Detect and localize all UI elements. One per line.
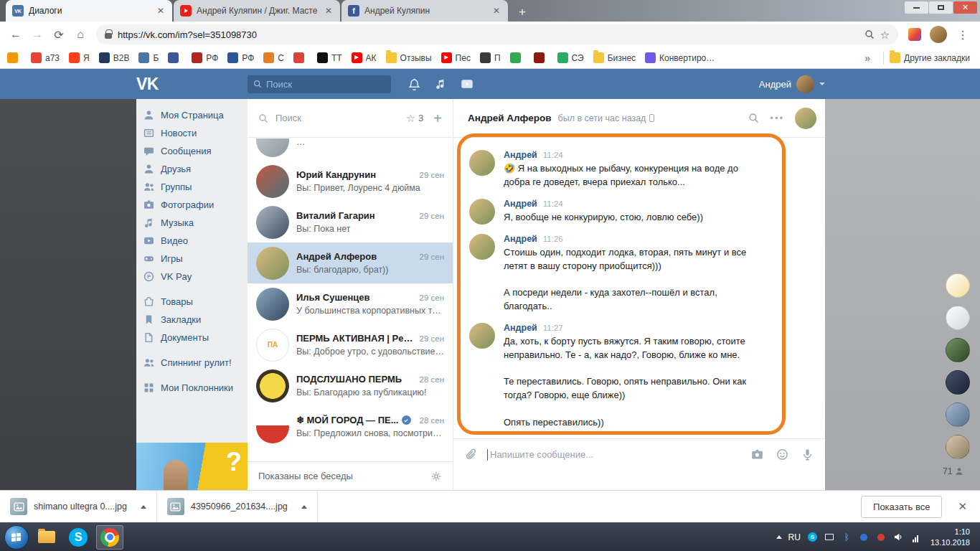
bluetooth-tray-icon[interactable]: ᛒ (842, 532, 852, 542)
bookmark-item[interactable] (510, 52, 524, 63)
bookmarks-overflow-icon[interactable]: » (857, 52, 877, 64)
window-maximize-button[interactable] (929, 1, 953, 14)
url-text[interactable]: https://vk.com/im?sel=351098730 (118, 29, 859, 40)
avatar[interactable] (469, 234, 495, 260)
search-icon[interactable] (258, 113, 268, 123)
avatar[interactable] (469, 150, 495, 176)
display-tray-icon[interactable] (825, 534, 834, 540)
microphone-icon[interactable] (801, 448, 814, 461)
tab-close-icon[interactable]: ✕ (491, 6, 501, 16)
friends-online-count[interactable]: 71 (943, 466, 963, 476)
tab-close-icon[interactable]: ✕ (324, 6, 334, 16)
address-bar[interactable]: https://vk.com/im?sel=351098730 ☆ (96, 24, 898, 44)
taskbar-skype-button[interactable] (65, 525, 92, 550)
download-menu-caret-icon[interactable] (141, 505, 146, 509)
avatar[interactable] (469, 199, 495, 225)
browser-tab-youtube[interactable]: Андрей Куляпин / Джиг. Масте ✕ (174, 0, 340, 22)
notifications-bell-icon[interactable] (408, 78, 420, 90)
conversation-item[interactable]: Илья Сушенцев29 сен У большинства корпор… (248, 283, 453, 324)
window-minimize-button[interactable] (905, 1, 928, 14)
conversation-item[interactable]: Юрий Кандрунин29 сен Вы: Привет, Лоуренс… (248, 161, 453, 202)
attachment-icon[interactable] (465, 448, 477, 461)
bookmark-item[interactable]: TT (317, 52, 342, 63)
friend-avatar[interactable] (946, 370, 970, 395)
bookmark-item[interactable]: СЭ (557, 52, 584, 63)
avatar[interactable] (469, 323, 495, 349)
chat-peer-name[interactable]: Андрей Алферов (468, 113, 552, 123)
new-tab-button[interactable]: + (512, 3, 532, 22)
conversation-item[interactable]: ❄ МОЙ ГОРОД — ПЕ...28 сен Вы: Предложил … (248, 406, 453, 447)
global-search-input[interactable]: Поиск (248, 75, 391, 93)
bookmark-item[interactable]: АК (352, 52, 377, 63)
emoji-icon[interactable] (776, 448, 788, 461)
home-button[interactable]: ⌂ (70, 24, 90, 44)
conversation-scroll-list[interactable]: … Юрий Кандрунин29 сен Вы: Привет, Лоуре… (248, 138, 453, 461)
sidebar-item-vkpay[interactable]: VK Pay (136, 268, 248, 286)
skype-tray-icon[interactable] (808, 532, 817, 542)
camera-icon[interactable] (751, 448, 763, 461)
chat-search-icon[interactable] (748, 113, 759, 123)
conversation-item[interactable]: ПА ПЕРМЬ АКТИВНАЯ | Perm...29 сен Вы: До… (248, 324, 453, 365)
back-button[interactable]: ← (6, 24, 26, 44)
message-author[interactable]: Андрей (504, 150, 537, 160)
friend-avatar[interactable] (946, 306, 970, 330)
sidebar-item-messages[interactable]: Сообщения (136, 142, 248, 160)
friend-avatar[interactable] (946, 338, 970, 362)
gear-icon[interactable] (430, 471, 442, 482)
taskbar-chrome-button[interactable] (96, 525, 123, 550)
conversation-search-input[interactable]: Поиск (275, 113, 406, 123)
taskbar-explorer-button[interactable] (33, 525, 60, 550)
header-user-menu[interactable]: Андрей (759, 75, 825, 93)
message-history[interactable]: Андрей11:24 🤣 Я на выходных не рыбачу, к… (453, 138, 825, 438)
bookmark-item[interactable]: Пес (441, 52, 471, 63)
important-star-icon[interactable]: ☆ (406, 112, 415, 125)
reload-button[interactable]: ⟳ (49, 24, 69, 44)
chat-menu-icon[interactable]: ••• (770, 113, 784, 123)
vk-logo[interactable]: VK (136, 75, 248, 94)
conversation-item[interactable]: Виталий Гагарин29 сен Вы: Пока нет (248, 202, 453, 242)
start-button[interactable] (4, 525, 29, 550)
message-author[interactable]: Андрей (504, 234, 537, 244)
taskbar-clock[interactable]: 1:10 13.10.2018 (928, 527, 976, 548)
conversation-item-partial[interactable]: … (248, 138, 453, 161)
sidebar-item-groups[interactable]: Группы (136, 178, 248, 196)
browser-tab-dialogs[interactable]: VK Диалоги ✕ (6, 0, 172, 22)
sidebar-item-market[interactable]: Товары (136, 293, 248, 311)
close-downloads-icon[interactable]: ✕ (958, 500, 967, 513)
lock-icon[interactable] (105, 33, 112, 39)
other-bookmarks[interactable]: Другие закладки (890, 52, 970, 63)
zoom-icon[interactable] (864, 29, 875, 39)
video-icon[interactable] (461, 77, 473, 90)
bookmark-item[interactable]: B2B (99, 52, 130, 63)
sidebar-item-community[interactable]: Спиннинг рулит! (136, 354, 248, 372)
sidebar-item-my-page[interactable]: Моя Страница (136, 106, 248, 124)
music-icon[interactable] (435, 78, 446, 90)
hidden-icons-caret[interactable] (776, 535, 782, 539)
browser-menu-icon[interactable]: ⋮ (951, 28, 974, 42)
conversation-item[interactable]: ПОДСЛУШАНО ПЕРМЬ28 сен Вы: Благодарю за … (248, 365, 453, 406)
sidebar-item-photos[interactable]: Фотографии (136, 196, 248, 214)
sidebar-item-fans[interactable]: Мои Поклонники (136, 379, 248, 397)
ad-banner[interactable]: ? (136, 443, 248, 490)
download-menu-caret-icon[interactable] (301, 505, 307, 509)
app-tray-icon-blue[interactable] (860, 534, 867, 541)
sidebar-item-music[interactable]: Музыка (136, 214, 248, 232)
bookmark-item[interactable] (534, 52, 548, 63)
extension-icon[interactable] (908, 28, 921, 41)
bookmark-item[interactable] (7, 52, 22, 63)
bookmark-item[interactable]: РФ (192, 52, 218, 63)
sidebar-item-games[interactable]: Игры (136, 250, 248, 268)
show-all-downloads-button[interactable]: Показать все (861, 496, 942, 518)
download-item[interactable]: 43950966_201634....jpg (157, 491, 318, 522)
bookmark-item[interactable]: П (480, 52, 501, 63)
message-input[interactable]: Напишите сообщение... (490, 449, 593, 460)
forward-button[interactable]: → (27, 24, 47, 44)
download-item[interactable]: shimano ultegra 0....jpg (0, 491, 157, 522)
bookmark-folder[interactable]: Бизнес (593, 52, 636, 63)
tab-close-icon[interactable]: ✕ (156, 6, 166, 16)
message-author[interactable]: Андрей (504, 323, 537, 333)
bookmark-item[interactable]: Конвертировать изо (645, 52, 718, 63)
sidebar-item-friends[interactable]: Друзья (136, 160, 248, 178)
language-indicator[interactable]: RU (788, 532, 801, 542)
bookmark-item[interactable] (168, 52, 182, 63)
